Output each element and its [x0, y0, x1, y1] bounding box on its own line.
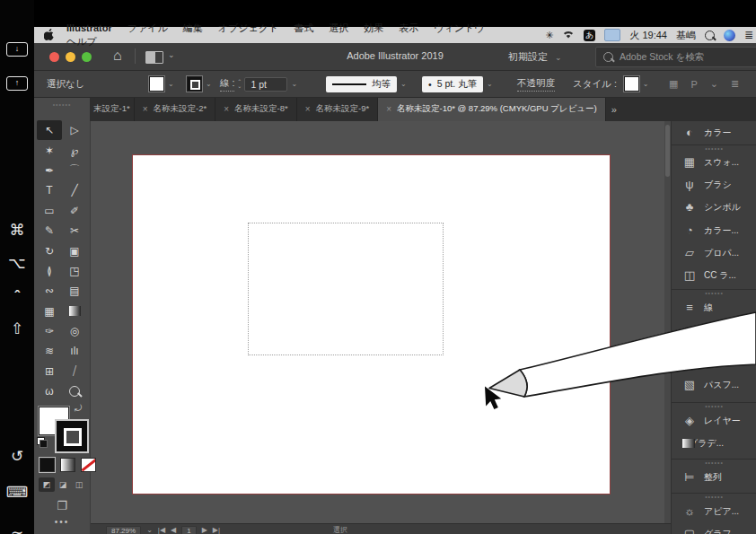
adobe-stock-search-input[interactable]: Adobe Stock を検索	[595, 47, 756, 67]
scissors-tool[interactable]: ✂	[62, 221, 87, 241]
wifi-icon[interactable]	[562, 30, 575, 40]
symbol-sprayer-tool[interactable]: ≋	[37, 341, 62, 361]
document-tab-3[interactable]: ×名称未設定-8*	[215, 97, 297, 121]
zoom-level[interactable]: 87.29%	[106, 526, 141, 534]
chevron-down-icon[interactable]: ⌄	[168, 80, 174, 88]
sidebar-command-key[interactable]: ⌘	[0, 223, 34, 238]
hand-tool[interactable]: ω	[37, 381, 62, 401]
fill-swatch[interactable]	[149, 76, 164, 92]
style-swatch[interactable]	[624, 76, 639, 92]
setup-chevron-icon[interactable]: ⌄	[710, 78, 718, 90]
panel-item-appearance[interactable]: ☼アピア...	[672, 500, 756, 522]
stroke-swatch[interactable]	[187, 76, 202, 92]
menu-item-1[interactable]: ファイル	[127, 22, 168, 33]
panel-item-cc-libraries[interactable]: ◫CC ラ...	[672, 264, 756, 286]
ime-input-icon[interactable]: あ	[584, 30, 595, 41]
stroke-proxy[interactable]	[57, 421, 87, 451]
tab-overflow-icon[interactable]: »	[611, 104, 616, 115]
tools-panel-handle[interactable]: ••••••	[34, 101, 90, 108]
shape-builder-tool[interactable]: ∾	[37, 281, 62, 301]
swap-fill-stroke-icon[interactable]: ⤾	[75, 403, 82, 414]
mesh-tool[interactable]: ▦	[37, 302, 62, 321]
panel-group-handle[interactable]: ••••••	[672, 494, 756, 500]
panel-item-properties[interactable]: ▱プロパ...	[672, 241, 756, 264]
arrange-documents-icon[interactable]: ▦	[669, 78, 678, 90]
chevron-down-icon[interactable]: ⌄	[291, 80, 297, 88]
gradient-tool[interactable]	[62, 302, 87, 321]
document-tab-4[interactable]: ×名称未設定-9*	[297, 97, 379, 121]
panel-item-color[interactable]: ◐カラー	[672, 121, 756, 144]
panel-item-stroke[interactable]: ≡線	[672, 296, 756, 319]
document-tab-2[interactable]: ×名称未設定-2*	[135, 97, 216, 121]
close-tab-icon[interactable]: ×	[224, 104, 229, 114]
last-artboard-button[interactable]: ▶|	[213, 526, 220, 534]
drawing-mode-1[interactable]: ◩	[39, 477, 55, 492]
workspace-switcher[interactable]: 初期設定⌄	[508, 50, 562, 64]
artboard-number-field[interactable]: 1	[181, 526, 196, 534]
close-tab-icon[interactable]: ×	[143, 104, 148, 114]
default-fill-stroke-icon[interactable]	[37, 437, 47, 447]
lasso-tool[interactable]: ℘	[62, 140, 87, 160]
keyboard-extras-icon[interactable]: ✳	[545, 30, 553, 41]
zoom-tool[interactable]	[62, 381, 87, 401]
panel-group-handle[interactable]: ••••••	[672, 290, 756, 296]
width-profile-dropdown[interactable]: 均等 ⌄	[326, 71, 407, 97]
eyedropper-tool[interactable]: ✑	[37, 321, 62, 341]
menu-item-8[interactable]: ウィンドウ	[434, 22, 484, 33]
scrollbar-thumb[interactable]	[665, 125, 670, 177]
panel-item-layers[interactable]: ◈レイヤー	[672, 409, 756, 432]
stroke-label[interactable]: 線 :	[220, 77, 234, 92]
panel-item-symbols[interactable]: ♣シンボル	[672, 196, 756, 218]
sidebar-hide-menubar-button[interactable]: ↓	[0, 39, 34, 57]
rectangle-tool[interactable]: ▭	[37, 201, 62, 221]
slice-tool[interactable]: ⧸	[62, 362, 87, 381]
document-setup-icon[interactable]: P	[690, 79, 697, 90]
drawing-mode-3[interactable]: ◫	[71, 477, 87, 492]
paintbrush-tool[interactable]: ✐	[62, 201, 87, 221]
sidebar-option-key[interactable]: ⌥	[0, 256, 34, 271]
canvas-area[interactable]: 87.29% ⌄ |◀ ◀ 1 ▶ ▶| 選択	[90, 121, 671, 534]
document-tab-1[interactable]: 末設定-1*	[90, 97, 135, 121]
stroke-weight-value[interactable]: 1 pt	[244, 77, 287, 92]
sidebar-show-dock-button[interactable]: ↑	[0, 73, 34, 91]
free-transform-tool[interactable]: ◳	[62, 261, 87, 281]
sidebar-control-key[interactable]: ˆ	[0, 289, 34, 304]
sidebar-partial-icon[interactable]: ∼	[0, 525, 34, 534]
sidecar-display-icon[interactable]	[604, 29, 620, 41]
siri-icon[interactable]	[724, 30, 735, 41]
menu-item-9[interactable]: ヘルプ	[66, 36, 97, 47]
graph-tool[interactable]: ılı	[62, 341, 87, 361]
rotate-tool[interactable]: ↻	[37, 241, 62, 260]
menu-item-5[interactable]: 選択	[329, 22, 348, 33]
line-segment-tool[interactable]: ╱	[62, 180, 87, 200]
selection-tool[interactable]: ↖	[37, 120, 62, 140]
menu-item-3[interactable]: オブジェクト	[218, 22, 279, 33]
panel-item-pathfinder[interactable]: ▧パスフ...	[672, 373, 756, 396]
magic-wand-tool[interactable]: ✶	[37, 140, 62, 160]
chevron-down-icon[interactable]: ⌄	[643, 80, 649, 88]
vertical-scrollbar[interactable]	[664, 121, 671, 523]
type-tool[interactable]: T	[37, 180, 62, 200]
panel-item-graphic-styles[interactable]: ▢グラフ...	[672, 522, 756, 534]
sidebar-shift-key[interactable]: ⇧	[0, 321, 34, 337]
panel-group-handle[interactable]: ••••••	[672, 403, 756, 409]
chevron-down-icon[interactable]: ⌄	[400, 80, 407, 88]
menubar-user[interactable]: 基嶋	[676, 29, 696, 42]
zoom-chevron-icon[interactable]: ⌄	[146, 526, 153, 534]
menu-item-app[interactable]: Illustrator	[66, 22, 112, 33]
close-tab-icon[interactable]: ×	[386, 104, 391, 114]
chevron-down-icon[interactable]: ⌄	[487, 80, 493, 88]
panel-item-transparency[interactable]: ◒透明	[672, 319, 756, 341]
drawing-mode-2[interactable]: ◪	[55, 477, 71, 492]
scale-tool[interactable]: ▣	[62, 241, 87, 260]
fill-color-well[interactable]: ⌄	[149, 71, 174, 97]
sidebar-keyboard-button[interactable]: ⌨	[0, 485, 34, 500]
notification-center-icon[interactable]: ≣	[744, 29, 752, 41]
next-artboard-button[interactable]: ▶	[202, 526, 207, 534]
chevron-down-icon[interactable]: ⌄	[206, 80, 212, 88]
prev-artboard-button[interactable]: ◀	[171, 526, 176, 534]
panel-item-swatches[interactable]: ▦スウォ...	[672, 151, 756, 173]
close-tab-icon[interactable]: ×	[305, 104, 311, 114]
menu-item-6[interactable]: 効果	[364, 22, 383, 33]
sidebar-undo-button[interactable]: ↺	[0, 449, 34, 464]
